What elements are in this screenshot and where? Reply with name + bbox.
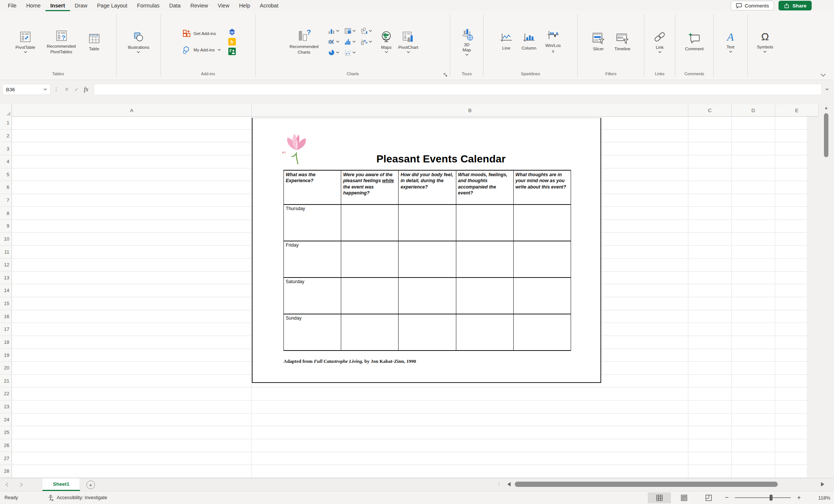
- row-header-11[interactable]: 11: [0, 245, 12, 259]
- get-addins-button[interactable]: Get Add-ins: [180, 28, 223, 39]
- zoom-out-button[interactable]: −: [722, 494, 732, 501]
- new-sheet-button[interactable]: +: [86, 481, 95, 489]
- next-sheet-icon[interactable]: [20, 482, 23, 487]
- insert-scatter-chart-button[interactable]: [342, 49, 358, 56]
- row-header-26[interactable]: 26: [0, 439, 12, 452]
- recommended-charts-button[interactable]: ? Recommended Charts: [285, 27, 323, 56]
- name-box[interactable]: B36: [2, 84, 51, 95]
- menu-tab-acrobat[interactable]: Acrobat: [255, 0, 283, 11]
- visio-addin-icon[interactable]: V: [228, 28, 236, 36]
- illustrations-button[interactable]: Illustrations: [126, 29, 151, 55]
- row-header-22[interactable]: 22: [0, 387, 12, 400]
- row-header-20[interactable]: 20: [0, 362, 12, 375]
- sparkline-column-button[interactable]: Column: [520, 31, 538, 52]
- menu-tab-insert[interactable]: Insert: [45, 0, 70, 11]
- column-header-d[interactable]: D: [732, 104, 775, 117]
- row-header-23[interactable]: 23: [0, 400, 12, 413]
- scroll-up-icon[interactable]: ▲: [821, 105, 831, 110]
- menu-tab-view[interactable]: View: [213, 0, 234, 11]
- timeline-button[interactable]: Timeline: [612, 30, 632, 53]
- expand-formula-bar-icon[interactable]: [825, 88, 829, 91]
- worksheet-cells[interactable]: K? Pleasant Events Calendar What was the…: [12, 117, 819, 478]
- pivottable-button[interactable]: PivotTable: [13, 29, 37, 55]
- row-header-8[interactable]: 8: [0, 207, 12, 220]
- menu-tab-file[interactable]: File: [3, 0, 21, 11]
- row-header-9[interactable]: 9: [0, 220, 12, 233]
- page-break-preview-button[interactable]: [697, 492, 720, 503]
- people-graph-addin-icon[interactable]: [228, 48, 236, 55]
- insert-function-button[interactable]: fx: [81, 85, 91, 94]
- row-header-2[interactable]: 2: [0, 130, 12, 143]
- link-button[interactable]: Link: [651, 29, 668, 55]
- symbols-button[interactable]: Ω Symbols: [755, 29, 775, 54]
- menu-tab-page-layout[interactable]: Page Layout: [92, 0, 132, 11]
- scroll-left-icon[interactable]: [507, 482, 511, 486]
- share-button[interactable]: Share: [778, 1, 812, 10]
- recommended-pivottables-button[interactable]: ? Recommended PivotTables: [39, 28, 84, 56]
- zoom-level[interactable]: 118%: [809, 495, 830, 501]
- insert-waterfall-chart-button[interactable]: [358, 28, 375, 34]
- zoom-in-button[interactable]: +: [794, 494, 804, 501]
- row-header-21[interactable]: 21: [0, 375, 12, 388]
- formula-input[interactable]: [94, 84, 822, 95]
- 3d-map-button[interactable]: 3D Map: [456, 26, 478, 58]
- select-all-button[interactable]: [0, 104, 12, 117]
- row-header-1[interactable]: 1: [0, 117, 12, 130]
- menu-tab-data[interactable]: Data: [164, 0, 185, 11]
- row-header-14[interactable]: 14: [0, 284, 12, 297]
- insert-pie-chart-button[interactable]: [326, 49, 342, 56]
- charts-dialog-launcher-icon[interactable]: [443, 73, 448, 78]
- insert-line-chart-button[interactable]: [326, 38, 342, 45]
- insert-hierarchy-chart-button[interactable]: [342, 28, 358, 34]
- insert-combo-chart-button[interactable]: [358, 38, 375, 45]
- text-button[interactable]: A Text: [724, 29, 736, 54]
- row-header-5[interactable]: 5: [0, 168, 12, 181]
- embedded-worksheet-picture[interactable]: K? Pleasant Events Calendar What was the…: [252, 118, 601, 383]
- vertical-scrollbar-thumb[interactable]: [824, 113, 828, 157]
- row-header-4[interactable]: 4: [0, 155, 12, 168]
- menu-tab-draw[interactable]: Draw: [70, 0, 92, 11]
- column-header-b[interactable]: B: [252, 104, 688, 117]
- sparkline-line-button[interactable]: Line: [498, 31, 514, 52]
- vertical-scrollbar[interactable]: ▲: [821, 105, 831, 477]
- sparkline-winloss-button[interactable]: Win/Loss: [543, 28, 563, 55]
- row-header-12[interactable]: 12: [0, 259, 12, 272]
- prev-sheet-icon[interactable]: [5, 482, 9, 487]
- row-header-27[interactable]: 27: [0, 452, 12, 465]
- column-header-c[interactable]: C: [688, 104, 732, 117]
- row-header-10[interactable]: 10: [0, 233, 12, 246]
- row-header-28[interactable]: 28: [0, 465, 12, 478]
- column-header-a[interactable]: A: [12, 104, 252, 117]
- zoom-slider-thumb[interactable]: [770, 495, 773, 501]
- page-layout-view-button[interactable]: [672, 492, 695, 503]
- accessibility-status[interactable]: Accessibility: Investigate: [48, 495, 107, 501]
- insert-statistic-chart-button[interactable]: [342, 38, 358, 45]
- menu-tab-review[interactable]: Review: [185, 0, 213, 11]
- row-header-7[interactable]: 7: [0, 194, 12, 207]
- sheet-tab-resize-handle[interactable]: ⋮: [497, 481, 501, 487]
- normal-view-button[interactable]: [648, 492, 671, 503]
- enter-button[interactable]: ✓: [72, 85, 81, 94]
- column-header-e[interactable]: E: [775, 104, 819, 117]
- slicer-button[interactable]: Slicer: [589, 30, 607, 53]
- maps-button[interactable]: Maps: [378, 29, 395, 55]
- row-header-25[interactable]: 25: [0, 426, 12, 439]
- sheet-tab-sheet1[interactable]: Sheet1: [42, 478, 80, 491]
- insert-column-chart-button[interactable]: [326, 28, 342, 34]
- cancel-button[interactable]: ✕: [62, 85, 72, 94]
- row-header-15[interactable]: 15: [0, 297, 12, 310]
- zoom-slider[interactable]: [735, 497, 791, 498]
- menu-tab-help[interactable]: Help: [234, 0, 255, 11]
- pivotchart-button[interactable]: PivotChart: [396, 29, 420, 55]
- table-button[interactable]: Table: [86, 30, 103, 53]
- row-header-19[interactable]: 19: [0, 349, 12, 362]
- row-header-13[interactable]: 13: [0, 272, 12, 285]
- horizontal-scrollbar[interactable]: [515, 481, 816, 488]
- row-header-24[interactable]: 24: [0, 413, 12, 426]
- scroll-right-icon[interactable]: [821, 482, 824, 486]
- row-header-6[interactable]: 6: [0, 181, 12, 194]
- row-header-18[interactable]: 18: [0, 336, 12, 349]
- bing-maps-addin-icon[interactable]: b: [228, 38, 236, 45]
- row-header-16[interactable]: 16: [0, 310, 12, 323]
- comments-button[interactable]: Comments: [731, 1, 774, 10]
